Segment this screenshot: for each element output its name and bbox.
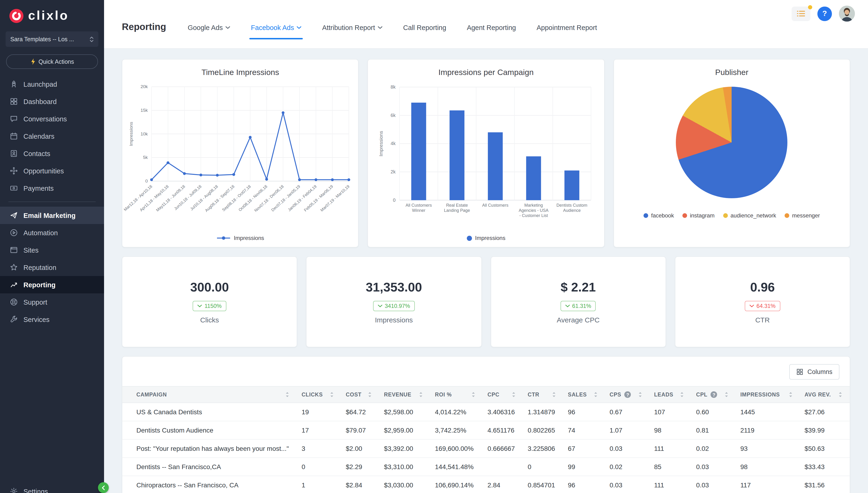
- chevron-down-icon: [378, 304, 383, 307]
- col-header-roi[interactable]: ROI %: [430, 386, 483, 403]
- timeline-impressions-card: TimeLine Impressions 05k10k15k20kMar12,1…: [122, 59, 359, 248]
- cell-ctr: 1.314879: [523, 403, 563, 421]
- sidebar-item-reputation[interactable]: Reputation: [0, 259, 104, 276]
- chart-title: Impressions per Campaign: [438, 68, 534, 77]
- help-icon[interactable]: ?: [625, 391, 631, 398]
- tab-call-reporting[interactable]: Call Reporting: [403, 24, 446, 31]
- sidebar-item-label: Settings: [23, 488, 48, 493]
- support-icon: [9, 298, 18, 306]
- sidebar-item-services[interactable]: Services: [0, 311, 104, 328]
- avatar-photo: [839, 6, 855, 22]
- cell-sales: 67: [563, 440, 605, 458]
- cell-campaign: Chiropractors -- San Francisco, CA: [122, 476, 297, 493]
- col-header-cps[interactable]: CPS?: [605, 386, 649, 403]
- cell-impressions: 2119: [736, 421, 800, 440]
- col-header-avg-rev[interactable]: AVG REV.: [800, 386, 850, 403]
- sort-icon[interactable]: [680, 392, 687, 398]
- sidebar-item-conversations[interactable]: Conversations: [0, 110, 104, 127]
- legend-item-instagram[interactable]: instagram: [682, 212, 715, 219]
- col-header-clicks[interactable]: CLICKS: [297, 386, 341, 403]
- columns-button[interactable]: Columns: [789, 364, 840, 380]
- sort-icon[interactable]: [593, 392, 600, 398]
- sidebar-item-calendars[interactable]: Calendars: [0, 127, 104, 145]
- cell-revenue: $3,392.00: [379, 440, 430, 458]
- quick-actions-button[interactable]: Quick Actions: [6, 55, 98, 69]
- bar-chart-legend[interactable]: Impressions: [466, 235, 505, 241]
- sidebar-item-label: Conversations: [23, 115, 67, 123]
- col-header-campaign[interactable]: CAMPAIGN: [122, 386, 297, 403]
- cell-leads: 85: [649, 458, 691, 476]
- tab-facebook-ads[interactable]: Facebook Ads: [251, 24, 302, 31]
- sort-icon[interactable]: [330, 392, 337, 398]
- sort-icon[interactable]: [512, 392, 518, 398]
- col-header-leads[interactable]: LEADS: [649, 386, 691, 403]
- sidebar-item-label: Contacts: [23, 150, 50, 157]
- sidebar-item-support[interactable]: Support: [0, 293, 104, 311]
- cell-campaign: US & Canada Dentists: [122, 403, 297, 421]
- cell-roi: 144,541.48%: [430, 458, 483, 476]
- cell-cost: $64.72: [341, 403, 379, 421]
- sidebar-item-settings[interactable]: Settings: [0, 483, 104, 493]
- user-avatar[interactable]: [839, 6, 855, 22]
- cell-sales: 99: [563, 458, 605, 476]
- sidebar-item-contacts[interactable]: Contacts: [0, 145, 104, 162]
- tab-agent-reporting[interactable]: Agent Reporting: [467, 24, 516, 31]
- legend-item-audience-network[interactable]: audience_network: [723, 212, 776, 219]
- kpi-label: Clicks: [200, 316, 219, 324]
- help-icon[interactable]: ?: [711, 391, 717, 398]
- cell-avg-rev: $33.43: [800, 458, 850, 476]
- sort-icon[interactable]: [286, 392, 292, 398]
- sidebar-item-opportunities[interactable]: Opportunities: [0, 162, 104, 179]
- col-header-cpl[interactable]: CPL?: [692, 386, 736, 403]
- svg-text:Jul10,18 - Aug08,18: Jul10,18 - Aug08,18: [189, 184, 219, 211]
- sidebar-item-label: Email Marketing: [23, 212, 75, 219]
- sidebar-item-reporting[interactable]: Reporting: [0, 276, 104, 293]
- col-header-cpc[interactable]: CPC: [483, 386, 523, 403]
- notifications-button[interactable]: [791, 6, 810, 21]
- col-header-ctr[interactable]: CTR: [523, 386, 563, 403]
- sidebar-item-dashboard[interactable]: Dashboard: [0, 93, 104, 110]
- cell-cps: 1.07: [605, 421, 649, 440]
- line-chart-legend[interactable]: Impressions: [217, 235, 264, 241]
- columns-button-label: Columns: [807, 368, 832, 376]
- sidebar-item-payments[interactable]: Payments: [0, 179, 104, 197]
- cell-cpl: 0.03: [692, 458, 736, 476]
- dashboard-icon: [9, 98, 18, 105]
- legend-item-messenger[interactable]: messenger: [785, 212, 820, 219]
- sites-icon: [9, 246, 18, 254]
- sort-icon[interactable]: [419, 392, 426, 398]
- sidebar-item-email-marketing[interactable]: Email Marketing: [0, 207, 104, 224]
- legend-label: Impressions: [234, 235, 264, 241]
- tab-attribution-report[interactable]: Attribution Report: [322, 24, 383, 31]
- tab-label: Facebook Ads: [251, 24, 294, 31]
- col-header-cost[interactable]: COST: [341, 386, 379, 403]
- cell-impressions: 93: [736, 440, 800, 458]
- tab-appointment-report[interactable]: Appointment Report: [537, 24, 597, 31]
- sort-icon[interactable]: [788, 392, 795, 398]
- sidebar-item-launchpad[interactable]: Launchpad: [0, 76, 104, 93]
- col-header-label: AVG REV.: [804, 392, 831, 398]
- legend-item-facebook[interactable]: facebook: [644, 212, 674, 219]
- help-button[interactable]: ?: [817, 6, 832, 21]
- col-header-impressions[interactable]: IMPRESSIONS: [736, 386, 800, 403]
- col-header-sales[interactable]: SALES: [563, 386, 605, 403]
- sort-icon[interactable]: [638, 392, 645, 398]
- payments-icon: [9, 184, 18, 192]
- account-selector[interactable]: Sara Templates -- Los ...: [6, 31, 99, 47]
- sort-icon[interactable]: [839, 392, 845, 398]
- sort-icon[interactable]: [552, 392, 559, 398]
- sort-icon[interactable]: [724, 392, 731, 398]
- sort-icon[interactable]: [472, 392, 478, 398]
- svg-text:Jan06,19 - Feb04,19: Jan06,19 - Feb04,19: [287, 184, 318, 212]
- col-header-label: REVENUE: [384, 392, 412, 398]
- chevron-down-icon: [226, 26, 230, 29]
- sidebar-item-automation[interactable]: Automation: [0, 224, 104, 241]
- sidebar-collapse-button[interactable]: [98, 482, 109, 493]
- cell-cps: 0.02: [605, 458, 649, 476]
- tab-google-ads[interactable]: Google Ads: [188, 24, 230, 31]
- sort-icon[interactable]: [368, 392, 375, 398]
- sidebar-item-sites[interactable]: Sites: [0, 241, 104, 259]
- logo[interactable]: clixlo: [0, 0, 104, 30]
- clixlo-logo-icon: [9, 9, 23, 23]
- col-header-revenue[interactable]: REVENUE: [379, 386, 430, 403]
